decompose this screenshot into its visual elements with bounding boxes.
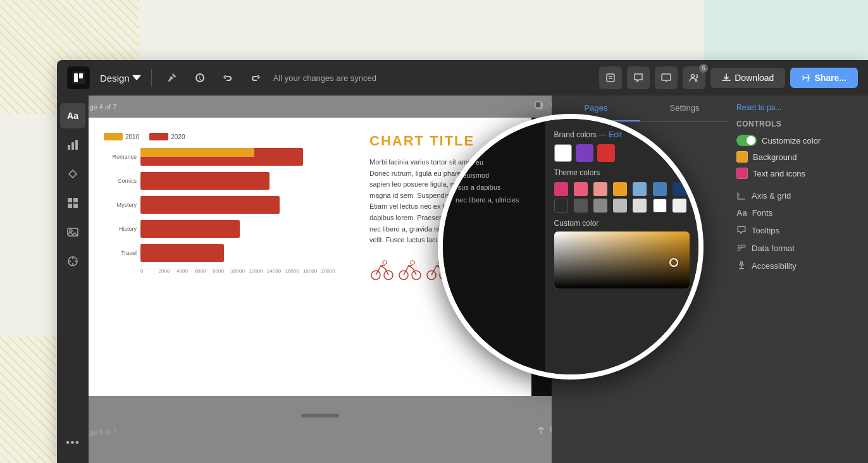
gradient-handle[interactable] — [669, 258, 678, 267]
tab-settings-label: Settings — [670, 103, 700, 113]
svg-rect-1 — [74, 73, 78, 82]
legend-label-2010: 2010 — [125, 133, 139, 140]
scroll-indicator[interactable] — [301, 414, 339, 417]
pin-button[interactable] — [162, 68, 182, 88]
bar-track-mystery — [140, 196, 339, 214]
theme-swatch-12[interactable] — [633, 199, 647, 213]
theme-swatch-13[interactable] — [653, 199, 667, 213]
theme-color-swatches — [554, 182, 690, 213]
close-icon: × — [683, 127, 690, 139]
sidebar-item-text[interactable]: Aa — [60, 103, 85, 128]
theme-swatch-3[interactable] — [593, 182, 607, 196]
data-format-item[interactable]: Data format — [736, 239, 860, 257]
theme-colors-section: Theme colors — [554, 168, 690, 213]
download-button[interactable]: Download — [710, 68, 785, 88]
design-menu[interactable]: Design — [100, 73, 141, 83]
customize-color-row[interactable]: Customize color — [736, 135, 860, 146]
sidebar-item-brand[interactable] — [60, 249, 85, 274]
chart-legend: 2010 2020 — [104, 133, 339, 140]
tooltips-item[interactable]: Tooltips — [736, 221, 860, 239]
more-dots: ••• — [66, 436, 80, 450]
sidebar-item-more[interactable]: ••• — [60, 430, 85, 455]
page-5-label: Page 5 of 7 — [89, 428, 116, 436]
sidebar-item-charts[interactable] — [60, 132, 85, 157]
share-button[interactable]: Share... — [790, 68, 858, 88]
comments-button[interactable] — [627, 66, 650, 89]
theme-swatch-5[interactable] — [633, 182, 647, 196]
notes-button[interactable] — [599, 66, 622, 89]
theme-swatch-6[interactable] — [653, 182, 667, 196]
brand-swatch-red[interactable] — [597, 144, 615, 162]
theme-swatch-4[interactable] — [613, 182, 627, 196]
collaborate-button[interactable]: 5 — [683, 66, 705, 89]
redo-button[interactable] — [245, 68, 266, 88]
reset-to-page-button[interactable]: Reset to pa... — [736, 103, 860, 112]
dark-overlay-text: rum, ligula, eu id euismod rsus a dapibu… — [456, 144, 552, 207]
bar-travel: Travel — [104, 244, 339, 262]
text-icons-row[interactable]: Text and icons — [736, 168, 860, 179]
x-tick-18000: 18000 — [303, 268, 321, 274]
bar-2020-comics — [140, 172, 270, 190]
accessibility-item[interactable]: Accessibility — [736, 257, 860, 275]
data-format-icon — [736, 243, 747, 253]
bar-2020-history — [140, 220, 240, 238]
sync-status: All your changes are synced — [273, 73, 592, 83]
theme-swatch-1[interactable] — [554, 182, 568, 196]
bar-label-comics: Comics — [104, 178, 137, 184]
background-color-swatch[interactable] — [736, 151, 748, 163]
text-icons-color-swatch[interactable] — [736, 168, 748, 179]
sidebar-item-layouts[interactable] — [60, 190, 85, 216]
customize-color-toggle[interactable] — [736, 135, 757, 146]
brand-swatch-white[interactable] — [554, 144, 572, 162]
page5-expand-icon[interactable] — [536, 426, 545, 437]
color-picker-close-button[interactable]: × — [683, 127, 690, 140]
app-logo[interactable] — [67, 66, 90, 89]
sidebar-item-elements[interactable] — [60, 161, 85, 187]
chart-section: 2010 2020 Romance — [89, 118, 354, 396]
svg-point-26 — [411, 261, 414, 264]
duplicate-page-icon[interactable] — [534, 101, 544, 113]
present-button[interactable] — [655, 66, 678, 89]
axis-grid-icon — [736, 190, 747, 201]
toolbar-divider-1 — [151, 69, 152, 87]
svg-rect-2 — [79, 73, 83, 78]
tooltips-icon — [736, 225, 747, 235]
brand-swatch-purple[interactable] — [576, 144, 593, 162]
layouts-icon — [66, 197, 79, 209]
delete-page-icon[interactable] — [549, 101, 552, 113]
tab-pages-label: Pages — [585, 103, 608, 113]
theme-swatch-9[interactable] — [574, 199, 588, 213]
theme-swatch-11[interactable] — [613, 199, 627, 213]
svg-rect-6 — [662, 74, 671, 80]
axis-grid-item[interactable]: Axis & grid — [736, 187, 860, 204]
theme-swatch-14[interactable] — [673, 199, 686, 213]
controls-section: Controls Customize color Background — [736, 120, 860, 179]
page5-duplicate-icon[interactable] — [550, 426, 552, 437]
color-gradient-picker[interactable] — [554, 232, 690, 288]
bar-mystery: Mystery — [104, 196, 339, 214]
svg-rect-37 — [551, 427, 552, 432]
dark-line-3: id euismod — [456, 170, 552, 182]
download-label: Download — [735, 73, 774, 83]
legend-color-2010 — [104, 133, 123, 140]
svg-point-23 — [383, 261, 387, 264]
tab-settings[interactable]: Settings — [640, 96, 729, 121]
theme-swatch-10[interactable] — [593, 199, 607, 213]
svg-rect-12 — [68, 198, 72, 202]
svg-rect-13 — [73, 198, 78, 202]
undo-button[interactable] — [218, 68, 238, 88]
fonts-item[interactable]: Aa Fonts — [736, 204, 860, 221]
x-tick-4000: 4000 — [177, 268, 195, 274]
theme-swatch-2[interactable] — [574, 182, 588, 196]
brand-colors-edit[interactable]: — Edit — [599, 130, 622, 139]
svg-rect-15 — [73, 204, 78, 208]
history-button[interactable] — [190, 68, 210, 88]
background-row[interactable]: Background — [736, 151, 860, 163]
sidebar-item-photos[interactable] — [60, 219, 85, 245]
theme-swatch-7[interactable] — [673, 182, 686, 196]
custom-color-title: Custom color — [554, 219, 690, 228]
theme-swatch-8[interactable] — [554, 199, 568, 213]
page-5-header: Page 5 of 7 — [89, 423, 552, 441]
page-5-actions — [536, 426, 552, 437]
bar-2020-romance — [140, 148, 303, 166]
